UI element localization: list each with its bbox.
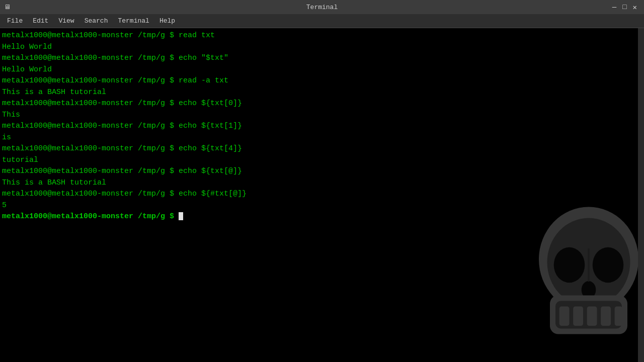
terminal-prompt-line: metalx1000@metalx1000-monster /tmp/g $ r… bbox=[2, 30, 642, 42]
svg-rect-5 bbox=[550, 296, 627, 334]
terminal-output-line: Hello World bbox=[2, 64, 642, 76]
menu-file[interactable]: File bbox=[2, 16, 28, 26]
svg-rect-11 bbox=[615, 307, 622, 326]
terminal-output-line: tutorial bbox=[2, 155, 642, 166]
svg-point-2 bbox=[554, 247, 585, 283]
terminal-prompt-line: metalx1000@metalx1000-monster /tmp/g $ e… bbox=[2, 121, 642, 132]
minimize-button[interactable]: — bbox=[609, 3, 619, 12]
menu-edit[interactable]: Edit bbox=[28, 16, 53, 26]
terminal-output-line: This is a BASH tutorial bbox=[2, 87, 642, 99]
terminal-prompt-line: metalx1000@metalx1000-monster /tmp/g $ e… bbox=[2, 98, 642, 110]
svg-rect-10 bbox=[601, 307, 611, 326]
terminal-output-line: 5 bbox=[2, 200, 642, 212]
menu-search[interactable]: Search bbox=[79, 16, 113, 26]
window-title: Terminal bbox=[306, 4, 338, 11]
maximize-button[interactable]: □ bbox=[619, 3, 629, 12]
terminal-output-line: This bbox=[2, 110, 642, 121]
terminal-prompt-line: metalx1000@metalx1000-monster /tmp/g $ e… bbox=[2, 189, 642, 200]
svg-point-4 bbox=[582, 281, 596, 299]
terminal-output-line: is bbox=[2, 132, 642, 144]
window-controls: — □ ✕ bbox=[609, 3, 640, 12]
titlebar: 🖥 Terminal — □ ✕ bbox=[0, 0, 644, 14]
terminal-output-line: This is a BASH tutorial bbox=[2, 177, 642, 189]
menu-view[interactable]: View bbox=[53, 16, 79, 26]
menu-terminal[interactable]: Terminal bbox=[113, 16, 154, 26]
svg-rect-8 bbox=[573, 307, 583, 326]
svg-point-3 bbox=[593, 247, 624, 283]
menubar: File Edit View Search Terminal Help bbox=[0, 14, 644, 28]
menu-help[interactable]: Help bbox=[154, 16, 180, 26]
svg-rect-7 bbox=[559, 307, 570, 326]
terminal-prompt-line: metalx1000@metalx1000-monster /tmp/g $ e… bbox=[2, 166, 642, 177]
terminal-icon: 🖥 bbox=[4, 4, 11, 11]
terminal-output-line: Hello World bbox=[2, 42, 642, 53]
terminal-prompt-line: metalx1000@metalx1000-monster /tmp/g $ r… bbox=[2, 75, 642, 87]
terminal-prompt-line: metalx1000@metalx1000-monster /tmp/g $ e… bbox=[2, 53, 642, 64]
terminal-prompt-line: metalx1000@metalx1000-monster /tmp/g $ e… bbox=[2, 143, 642, 155]
svg-point-1 bbox=[547, 218, 630, 307]
terminal-output: metalx1000@metalx1000-monster /tmp/g $ r… bbox=[2, 30, 642, 223]
terminal-cursor bbox=[179, 212, 183, 220]
svg-point-0 bbox=[539, 207, 638, 312]
terminal-content[interactable]: metalx1000@metalx1000-monster /tmp/g $ r… bbox=[0, 28, 644, 362]
close-button[interactable]: ✕ bbox=[630, 3, 640, 12]
svg-rect-6 bbox=[555, 301, 622, 329]
scrollbar[interactable] bbox=[638, 28, 644, 362]
svg-rect-9 bbox=[587, 307, 597, 326]
terminal-prompt-line: metalx1000@metalx1000-monster /tmp/g $ bbox=[2, 211, 642, 223]
skull-watermark bbox=[533, 201, 644, 362]
